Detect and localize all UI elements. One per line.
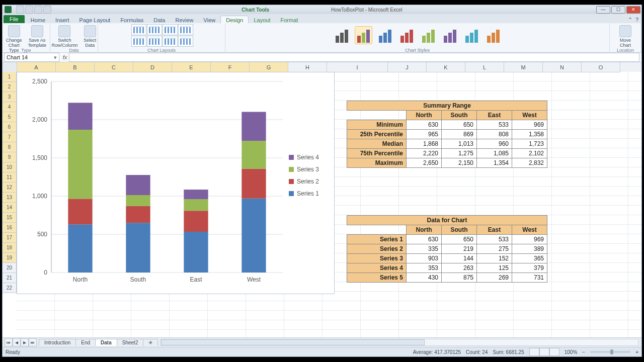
row-header[interactable]: 21 [3,273,17,283]
row-header[interactable]: 13 [3,193,17,203]
chart-layout-option[interactable] [147,24,162,35]
table-cell[interactable]: 869 [442,130,477,139]
formula-input[interactable] [69,53,639,62]
table-cell[interactable]: 1,275 [442,149,477,158]
table-cell[interactable]: 2,102 [512,149,547,158]
window-maximize-button[interactable]: ☐ [611,6,625,14]
row-header[interactable]: 11 [3,172,17,183]
chart-style-option[interactable] [463,26,480,44]
data-for-chart-table[interactable]: Data for ChartNorthSouthEastWestSeries 1… [347,215,547,283]
column-header[interactable]: E [172,62,211,72]
table-cell[interactable]: 379 [512,263,547,273]
qat-undo-icon[interactable] [25,6,33,14]
quick-access-toolbar[interactable] [16,6,51,14]
sheet-tab[interactable]: Introduction [39,339,76,346]
chart-style-option[interactable] [441,26,459,44]
qat-redo-icon[interactable] [34,6,42,14]
chart-layout-option[interactable] [178,24,193,35]
row-header[interactable]: 10 [3,162,17,172]
chart-layout-option[interactable] [147,36,162,47]
window-close-button[interactable]: ✕ [626,6,640,14]
row-header[interactable]: 4 [3,102,17,112]
column-header[interactable]: C [95,62,133,72]
summary-range-table[interactable]: Summary RangeNorthSouthEastWestMinimum63… [347,101,547,168]
table-cell[interactable]: 2,650 [407,158,442,168]
table-row[interactable]: Minimum630650533969 [347,120,547,130]
table-row[interactable]: Series 4353263125379 [347,263,547,273]
table-cell[interactable]: 125 [477,263,512,273]
chart-styles-gallery[interactable] [333,24,502,44]
column-header[interactable]: M [504,62,543,72]
name-box[interactable]: Chart 14▾ [4,53,59,62]
sheet-tab[interactable]: Data [95,339,117,346]
row-header[interactable]: 9 [3,152,17,162]
row-header[interactable]: 16 [3,223,17,233]
table-cell[interactable]: 731 [512,273,547,283]
table-cell[interactable]: 1,085 [477,149,512,158]
table-cell[interactable]: 1,358 [512,130,547,139]
tab-nav-next-icon[interactable]: ▶ [21,338,29,346]
row-header[interactable]: 14 [3,203,17,213]
row-header[interactable]: 20 [3,263,17,273]
move-chart-button[interactable]: Move Chart [613,24,638,49]
row-header[interactable]: 17 [3,233,17,243]
row-header[interactable]: 3 [3,92,17,102]
worksheet-area[interactable]: ABCDEFGHIJKLMNO 123456789101112131415161… [3,62,641,337]
row-header[interactable]: 18 [3,243,17,253]
ribbon-minimize-icon[interactable]: ⌃ [628,17,632,23]
table-row[interactable]: Series 5430875269731 [347,273,547,283]
column-header[interactable]: H [288,62,327,72]
chart-style-option[interactable] [355,26,372,44]
horizontal-scrollbar[interactable] [160,339,638,346]
row-header[interactable]: 8 [3,142,17,152]
table-cell[interactable]: 335 [407,244,442,254]
table-cell[interactable]: 965 [407,130,442,139]
table-cell[interactable]: 960 [477,139,512,149]
table-cell[interactable]: 969 [512,120,547,130]
help-icon[interactable]: ? [635,17,638,23]
table-cell[interactable]: 969 [512,235,547,244]
row-header[interactable]: 15 [3,213,17,223]
tab-nav-prev-icon[interactable]: ◀ [13,338,21,346]
table-row[interactable]: Series 2335219275389 [347,244,547,254]
row-header[interactable]: 19 [3,253,17,263]
switch-row-column-button[interactable]: Switch Row/Column [50,24,80,49]
table-cell[interactable]: 2,150 [442,158,477,168]
column-header[interactable]: N [543,62,582,72]
row-header[interactable]: 1 [3,72,17,82]
tab-nav-last-icon[interactable]: ⏭ [29,338,37,346]
row-header[interactable]: 7 [3,132,17,142]
row-header[interactable]: 2 [3,82,17,92]
zoom-slider[interactable] [590,351,630,353]
table-cell[interactable]: 152 [477,254,512,263]
tab-nav-first-icon[interactable]: ⏮ [5,338,13,346]
row-header[interactable]: 5 [3,112,17,122]
new-sheet-button[interactable]: ✳ [143,339,158,346]
table-cell[interactable]: 533 [477,120,512,130]
chart-style-option[interactable] [420,26,437,44]
chart-style-option[interactable] [333,26,351,44]
view-buttons[interactable] [529,348,559,356]
table-cell[interactable]: 808 [477,130,512,139]
chart-layout-option[interactable] [131,24,146,35]
column-header[interactable]: B [56,62,95,72]
chart-layout-option[interactable] [163,36,178,47]
table-cell[interactable]: 2,832 [512,158,547,168]
table-cell[interactable]: 430 [407,273,442,283]
select-data-button[interactable]: Select Data [82,24,98,49]
fx-icon[interactable]: fx [61,54,69,60]
table-cell[interactable]: 1,868 [407,139,442,149]
table-cell[interactable]: 269 [477,273,512,283]
table-cell[interactable]: 650 [442,120,477,130]
select-all-corner[interactable] [3,62,17,72]
row-header[interactable]: 6 [3,122,17,132]
table-row[interactable]: 25th Percentile9658698081,358 [347,130,547,139]
column-header[interactable]: J [388,62,427,72]
table-cell[interactable]: 365 [512,254,547,263]
table-cell[interactable]: 1,354 [477,158,512,168]
zoom-out-icon[interactable]: − [582,349,585,355]
chart-layout-option[interactable] [131,36,146,47]
table-cell[interactable]: 875 [442,273,477,283]
sheet-tab[interactable]: Sheet2 [117,339,144,346]
table-cell[interactable]: 630 [407,235,442,244]
